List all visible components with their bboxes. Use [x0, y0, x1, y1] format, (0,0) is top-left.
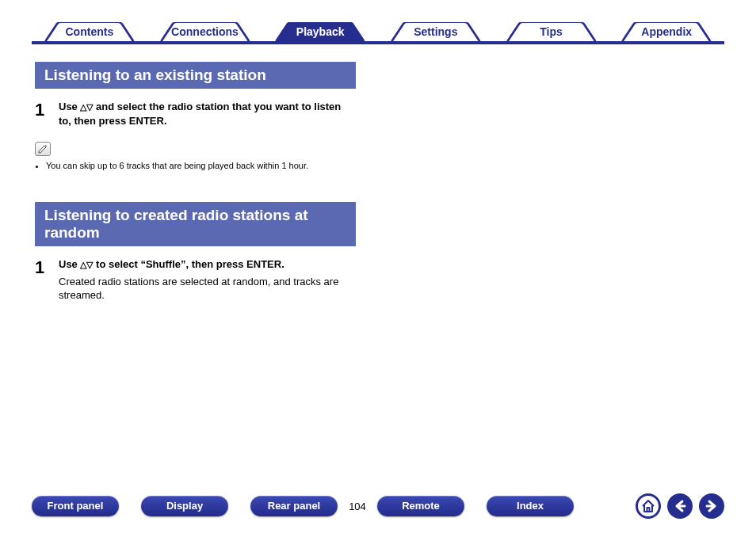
tab-settings[interactable]: Settings	[378, 22, 494, 41]
tab-label: Tips	[540, 25, 563, 38]
remote-button[interactable]: Remote	[377, 496, 464, 516]
tab-playback[interactable]: Playback	[262, 22, 378, 41]
step-body: Use △▽ to select “Shuffle”, then press E…	[59, 257, 356, 303]
display-button[interactable]: Display	[141, 496, 228, 516]
next-page-button[interactable]	[699, 493, 724, 519]
tab-label: Contents	[66, 25, 114, 38]
section2-step: 1 Use △▽ to select “Shuffle”, then press…	[35, 257, 356, 303]
note-list: You can skip up to 6 tracks that are bei…	[35, 161, 356, 170]
tab-label: Settings	[414, 25, 457, 38]
tab-connections[interactable]: Connections	[147, 22, 263, 41]
note-bullet: You can skip up to 6 tracks that are bei…	[46, 161, 356, 170]
step-body: Use △▽ and select the radio station that…	[59, 100, 356, 128]
step-text-pre: Use	[59, 258, 80, 270]
arrow-left-icon	[673, 499, 687, 513]
step-subtext: Created radio stations are selected at r…	[59, 275, 356, 303]
section1-step: 1 Use △▽ and select the radio station th…	[35, 100, 356, 128]
prev-page-button[interactable]	[667, 493, 693, 519]
step-text-post: and select the radio station that you wa…	[59, 101, 341, 127]
arrow-right-icon	[704, 499, 719, 513]
tab-tips[interactable]: Tips	[494, 22, 609, 41]
page-number: 104	[338, 501, 377, 512]
tab-label: Connections	[171, 25, 239, 38]
rear-panel-button[interactable]: Rear panel	[250, 496, 338, 516]
top-tab-bar: Contents Connections Playback Settings T…	[32, 22, 724, 44]
step-text-pre: Use	[59, 101, 80, 112]
front-panel-button[interactable]: Front panel	[32, 496, 119, 516]
home-icon	[640, 498, 656, 514]
index-button[interactable]: Index	[487, 496, 574, 516]
tab-contents[interactable]: Contents	[32, 22, 147, 41]
section1-heading: Listening to an existing station	[35, 62, 356, 89]
tab-appendix[interactable]: Appendix	[609, 22, 724, 41]
home-button[interactable]	[636, 493, 661, 519]
tab-label: Playback	[296, 25, 345, 38]
section2-heading: Listening to created radio stations at r…	[35, 202, 356, 246]
step-text-post: to select “Shuffle”, then press ENTER.	[93, 258, 284, 270]
main-content: Listening to an existing station 1 Use △…	[35, 62, 368, 303]
step-number: 1	[35, 100, 59, 128]
bottom-bar: Front panel Display Rear panel 104 Remot…	[32, 493, 724, 519]
tab-label: Appendix	[641, 25, 692, 38]
pencil-note-icon	[35, 142, 51, 156]
step-number: 1	[35, 257, 59, 303]
